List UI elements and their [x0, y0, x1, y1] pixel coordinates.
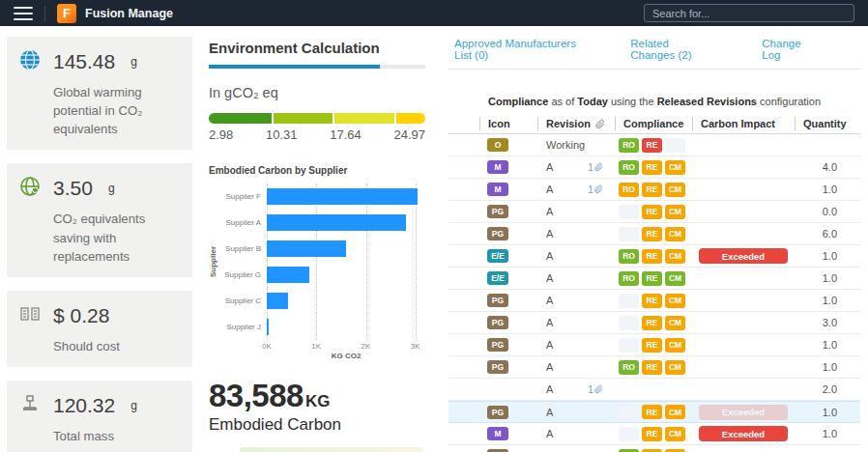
chart-bar [267, 267, 309, 283]
gauge-tick-label: 24.97 [393, 127, 425, 142]
chart-title: Embodied Carbon by Supplier [209, 165, 425, 176]
table-row[interactable]: PGARECM3.0 [448, 312, 860, 334]
attachments-cell: 1 [588, 184, 615, 195]
revision-cell: A [537, 317, 588, 328]
compliance-cell: RECM [615, 405, 692, 419]
compliance-badge-cm: CM [665, 183, 685, 197]
table-row[interactable]: MARECMExceeded1.0 [448, 423, 860, 445]
compliance-badge-cm: CM [665, 338, 685, 353]
attachment-link[interactable]: 1 [588, 161, 615, 173]
icon-cell: E/E [479, 271, 537, 285]
table-row[interactable]: PGARECM1.0 [448, 290, 860, 312]
item-type-badge: PG [487, 338, 508, 352]
eco-globe-icon [19, 176, 41, 201]
chart-x-tick-label: 3K [411, 342, 420, 351]
table-row[interactable]: PGARECM0.0 [448, 201, 860, 223]
table-row[interactable]: PGARORECM1.0 [448, 356, 860, 379]
attachment-link[interactable]: 1 [588, 383, 615, 395]
compliance-badge-re: RE [642, 360, 662, 375]
metric-card: 120.32gTotal mass [7, 381, 192, 452]
exceeded-badge: Exceeded [699, 248, 788, 264]
icon-cell: O [479, 138, 537, 152]
table-row[interactable]: PGARECMExceeded1.0 [448, 401, 860, 423]
panel-title: Environment Calculation [209, 40, 425, 56]
compliance-badge-ro: RO [619, 249, 639, 264]
chart-bar-row [267, 288, 425, 314]
total-label: Embodied Carbon [209, 415, 425, 435]
compliance-badge-re: RE [642, 294, 662, 308]
column-header-attachments[interactable] [588, 117, 615, 130]
table-row[interactable]: PGARORECM2.0 [448, 445, 860, 452]
item-type-badge: PG [487, 406, 508, 419]
menu-icon[interactable] [14, 7, 33, 20]
revision-cell: Working [537, 139, 588, 151]
compliance-cell: RECM [615, 338, 692, 353]
compliance-badge-cm: CM [665, 449, 685, 452]
metric-value: 3.50 [53, 177, 93, 200]
compliance-cell: RECM [615, 227, 692, 241]
chart-category-label: Supplier C [220, 288, 267, 314]
metric-header: 3.50g [19, 176, 183, 201]
compliance-badge-re: RE [642, 449, 662, 452]
chart-x-tick-label: 1K [311, 342, 321, 351]
revision-cell: A [537, 428, 588, 439]
table-row[interactable]: A12.0 [448, 379, 860, 401]
compliance-cell: RORECM [615, 360, 692, 375]
search-input[interactable] [644, 4, 854, 22]
column-header-compliance[interactable]: Compliance [615, 117, 692, 130]
chart-x-ticks: 0K1K2K3K [267, 340, 425, 351]
column-header-quantity[interactable]: Quantity [795, 117, 860, 130]
tab-related-changes-2[interactable]: Related Changes (2) [630, 38, 711, 61]
compliance-badge-re: RE [642, 427, 662, 441]
metric-value: $ 0.28 [53, 304, 109, 327]
tab-approved-manufacturers-list-0[interactable]: Approved Manufacturers List (0) [454, 38, 580, 61]
table-row[interactable]: MA1RORECM4.0 [448, 156, 860, 179]
table-row[interactable]: PGARECM6.0 [448, 223, 860, 245]
item-type-badge: PG [487, 205, 508, 218]
compliance-badge-cm: CM [665, 271, 685, 286]
revision-cell: A [537, 295, 588, 306]
icon-cell: E/E [479, 249, 537, 263]
chart-bar-row [267, 184, 425, 210]
table-row[interactable]: E/EARORECMExceeded1.0 [448, 245, 860, 268]
chart-category-label: Supplier F [220, 184, 267, 210]
compliance-badge-cm: CM [665, 160, 685, 175]
column-header-carbon-impact[interactable]: Carbon Impact [692, 117, 795, 130]
metric-label: CO₂ equivalents saving with replacements [53, 210, 183, 265]
chart-x-tick-label: 2K [362, 342, 371, 351]
icon-cell: M [479, 427, 537, 440]
compliance-badge-re: RE [642, 160, 662, 175]
table-row[interactable]: PGARECM1.0 [448, 334, 860, 356]
tab-change-log[interactable]: Change Log [762, 38, 810, 61]
compliance-badge-re: RE [642, 271, 662, 286]
item-type-badge: E/E [487, 271, 508, 285]
chart-category-label: Supplier J [220, 314, 267, 340]
compliance-badge-empty [619, 405, 639, 419]
revision-cell: A [537, 383, 588, 395]
paperclip-icon [594, 384, 603, 394]
compliance-badge-empty [619, 338, 639, 353]
embodied-carbon-total: 83,588KG Embodied Carbon [209, 378, 425, 435]
chart-category-label: Supplier A [220, 210, 267, 236]
revision-cell: A [537, 206, 588, 217]
partial-gauge [240, 447, 423, 452]
compliance-badge-empty [619, 316, 639, 330]
column-header-icon[interactable]: Icon [479, 117, 537, 130]
compliance-badge-empty [619, 205, 639, 219]
attachments-cell: 1 [588, 161, 615, 173]
environment-panel: Environment Calculation In gCO₂ eq 2.981… [199, 26, 441, 452]
attachment-link[interactable]: 1 [588, 184, 615, 195]
quantity-cell: 0.0 [795, 206, 860, 217]
table-row[interactable]: E/EARORECM1.0 [448, 268, 860, 290]
revision-cell: A [537, 361, 588, 373]
banknotes-icon [19, 303, 41, 328]
quantity-cell: 1.0 [795, 407, 860, 418]
quantity-cell: 4.0 [795, 161, 860, 173]
compliance-badge-ro: RO [619, 138, 639, 153]
chart-bar [267, 293, 288, 309]
chart-x-axis-label: KG CO2 [267, 352, 425, 360]
gauge-units-label: In gCO₂ eq [209, 85, 425, 100]
column-header-revision[interactable]: Revision [537, 117, 588, 130]
table-row[interactable]: OWorkingRORE [448, 134, 860, 156]
table-row[interactable]: MA1RORECM1.0 [448, 179, 860, 201]
